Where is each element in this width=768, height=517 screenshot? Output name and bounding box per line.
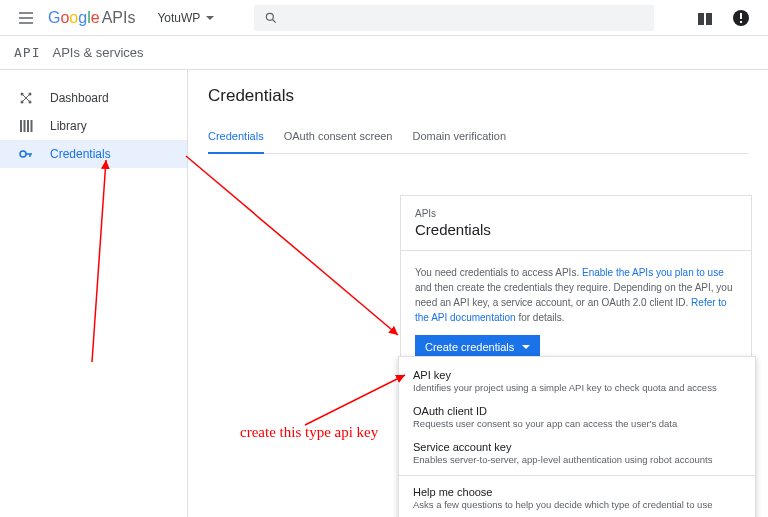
sidebar-item-label: Library — [50, 119, 87, 133]
hamburger-icon — [17, 9, 35, 27]
sidebar-item-label: Credentials — [50, 147, 111, 161]
dropdown-item-api-key[interactable]: API key Identifies your project using a … — [399, 363, 755, 399]
svg-rect-16 — [27, 120, 29, 132]
dropdown-item-title: Help me choose — [413, 486, 741, 498]
dropdown-item-oauth-client[interactable]: OAuth client ID Requests user consent so… — [399, 399, 755, 435]
svg-rect-14 — [20, 120, 22, 132]
sidebar-item-label: Dashboard — [50, 91, 109, 105]
dashboard-icon — [18, 90, 34, 106]
api-logo-icon: API — [14, 45, 40, 60]
tab-domain-verification[interactable]: Domain verification — [412, 130, 506, 153]
dropdown-separator — [399, 475, 755, 476]
dropdown-item-title: Service account key — [413, 441, 741, 453]
tab-label: Credentials — [208, 130, 264, 142]
dropdown-item-title: OAuth client ID — [413, 405, 741, 417]
gift-icon[interactable] — [696, 9, 714, 27]
enable-apis-link[interactable]: Enable the APIs you plan to use — [582, 267, 724, 278]
apis-label: APIs — [102, 9, 136, 27]
section-title: APIs & services — [52, 45, 143, 60]
subheader: API APIs & services — [0, 36, 768, 70]
page-title: Credentials — [208, 86, 748, 106]
svg-line-1 — [273, 19, 276, 22]
project-name: YotuWP — [157, 11, 200, 25]
tab-label: Domain verification — [412, 130, 506, 142]
search-input[interactable] — [254, 5, 654, 31]
key-icon — [18, 146, 34, 162]
hamburger-menu-button[interactable] — [8, 0, 44, 36]
project-selector[interactable]: YotuWP — [157, 11, 214, 25]
card-title: Credentials — [415, 221, 737, 238]
svg-point-0 — [267, 13, 274, 20]
top-header: Google APIs YotuWP — [0, 0, 768, 36]
svg-rect-15 — [24, 120, 26, 132]
svg-rect-4 — [704, 13, 706, 25]
tab-label: OAuth consent screen — [284, 130, 393, 142]
tabs: Credentials OAuth consent screen Domain … — [208, 130, 748, 154]
alert-icon[interactable] — [732, 9, 750, 27]
svg-point-18 — [20, 151, 26, 157]
tab-oauth-consent[interactable]: OAuth consent screen — [284, 130, 393, 153]
library-icon — [18, 118, 34, 134]
dropdown-item-service-account[interactable]: Service account key Enables server-to-se… — [399, 435, 755, 471]
dropdown-item-title: API key — [413, 369, 741, 381]
sidebar-item-credentials[interactable]: Credentials — [0, 140, 187, 168]
google-logo[interactable]: Google APIs — [48, 9, 135, 27]
create-credentials-dropdown: API key Identifies your project using a … — [398, 356, 756, 517]
dropdown-item-desc: Requests user consent so your app can ac… — [413, 418, 741, 429]
tab-credentials[interactable]: Credentials — [208, 130, 264, 154]
caret-down-icon — [206, 16, 214, 20]
svg-rect-17 — [31, 120, 33, 132]
svg-rect-7 — [740, 21, 742, 23]
svg-rect-6 — [740, 13, 742, 19]
caret-down-icon — [522, 345, 530, 349]
search-icon — [264, 11, 278, 25]
dropdown-item-desc: Identifies your project using a simple A… — [413, 382, 741, 393]
card-overline: APIs — [415, 208, 737, 219]
sidebar-item-library[interactable]: Library — [0, 112, 187, 140]
dropdown-item-desc: Enables server-to-server, app-level auth… — [413, 454, 741, 465]
sidebar-item-dashboard[interactable]: Dashboard — [0, 84, 187, 112]
dropdown-item-desc: Asks a few questions to help you decide … — [413, 499, 741, 510]
dropdown-item-help-me-choose[interactable]: Help me choose Asks a few questions to h… — [399, 480, 755, 516]
annotation-text: create this type api key — [240, 424, 378, 441]
sidebar: Dashboard Library Credentials — [0, 70, 188, 517]
button-label: Create credentials — [425, 341, 514, 353]
card-description: You need credentials to access APIs. Ena… — [415, 265, 737, 325]
credentials-card: APIs Credentials You need credentials to… — [400, 195, 752, 370]
